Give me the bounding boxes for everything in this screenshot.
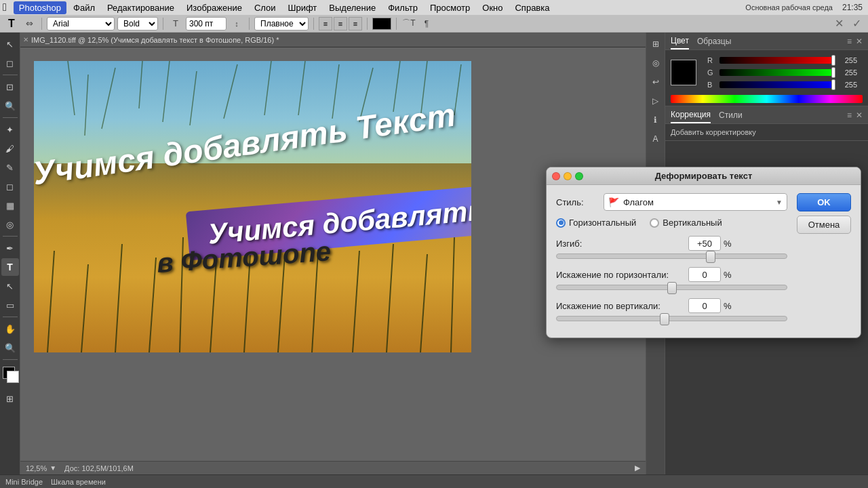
svg-line-23 xyxy=(353,251,359,352)
eraser-tool[interactable]: ◻ xyxy=(1,178,19,195)
scroll-right-btn[interactable]: ▶ xyxy=(635,464,640,472)
horizontal-radio[interactable]: Горизонтальный xyxy=(556,218,636,228)
close-window-button[interactable] xyxy=(552,172,560,180)
red-slider[interactable] xyxy=(719,57,835,64)
path-selection-tool[interactable]: ↖ xyxy=(1,277,19,295)
menu-view[interactable]: Просмотр xyxy=(425,1,475,14)
character-panel-right-icon[interactable]: A xyxy=(647,130,665,148)
add-correction-button[interactable]: Добавить корректировку xyxy=(671,128,756,136)
vert-distort-input[interactable]: 0 xyxy=(688,298,721,313)
minimize-window-button[interactable] xyxy=(564,172,572,180)
blur-tool[interactable]: ◎ xyxy=(1,216,19,233)
history-panel-icon[interactable]: ↩ xyxy=(647,73,665,91)
bend-slider-row xyxy=(556,253,787,259)
clone-tool[interactable]: ✎ xyxy=(1,159,19,176)
menu-photoshop[interactable]: Photoshop xyxy=(14,1,66,14)
bend-input[interactable]: +50 xyxy=(688,236,721,251)
color-panel-section: Цвет Образцы ≡ ✕ R 255 G xyxy=(665,33,868,106)
swatches-tab[interactable]: Образцы xyxy=(697,34,731,49)
gradient-tool[interactable]: ▦ xyxy=(1,197,19,214)
menu-select[interactable]: Выделение xyxy=(323,1,381,14)
vert-slider-handle[interactable] xyxy=(660,313,669,325)
type-tool[interactable]: T xyxy=(1,258,19,276)
svg-line-9 xyxy=(139,61,142,108)
info-panel-icon[interactable]: ℹ xyxy=(647,111,665,129)
styles-tab[interactable]: Стили xyxy=(719,108,743,123)
hand-tool[interactable]: ✋ xyxy=(1,320,19,338)
blue-channel-row: B 255 xyxy=(702,79,863,91)
blue-slider[interactable] xyxy=(719,81,835,88)
pen-tool[interactable]: ✒ xyxy=(1,239,19,257)
document-tab-bar: ✕ IMG_1120.tiff @ 12,5% (Учимся добавлят… xyxy=(20,33,646,47)
crop-tool[interactable]: ⊡ xyxy=(1,78,19,96)
text-color-swatch[interactable] xyxy=(372,18,391,30)
font-size-input[interactable]: 300 пт xyxy=(186,17,226,30)
menu-file[interactable]: Файл xyxy=(68,1,100,14)
menu-help[interactable]: Справка xyxy=(509,1,555,14)
style-label: Стиль: xyxy=(556,197,604,207)
horiz-slider-handle[interactable] xyxy=(667,282,677,294)
warp-text-icon[interactable]: ⌒T xyxy=(401,16,416,31)
maximize-window-button[interactable] xyxy=(575,172,583,180)
vert-slider-track[interactable] xyxy=(556,316,787,321)
menu-window[interactable]: Окно xyxy=(477,1,508,14)
menu-edit[interactable]: Редактирование xyxy=(102,1,180,14)
channels-panel-icon[interactable]: ◎ xyxy=(647,54,665,72)
correction-collapse-icon[interactable]: ≡ xyxy=(847,110,852,120)
style-select-icon: 🚩 xyxy=(608,197,619,207)
green-label: G xyxy=(707,68,717,77)
healing-tool[interactable]: ✦ xyxy=(1,121,19,138)
background-color[interactable] xyxy=(7,371,19,383)
screen-mode[interactable]: ⊞ xyxy=(1,390,19,407)
shape-tool[interactable]: ▭ xyxy=(1,296,19,314)
font-family-select[interactable]: Arial xyxy=(47,17,115,30)
separator-2 xyxy=(163,18,163,30)
bend-slider-handle[interactable] xyxy=(706,251,715,263)
dialog-cancel-button[interactable]: Отмена xyxy=(797,216,851,234)
eyedropper-tool[interactable]: 🔍 xyxy=(1,97,19,115)
color-preview-swatch[interactable] xyxy=(671,60,696,85)
tab-close-icon[interactable]: ✕ xyxy=(23,36,28,43)
menu-filter[interactable]: Фильтр xyxy=(382,1,423,14)
style-select-value: Флагом xyxy=(623,197,776,207)
bend-slider-track[interactable] xyxy=(556,253,787,259)
brush-tool[interactable]: 🖌 xyxy=(1,140,19,157)
timeline-tab[interactable]: Шкала времени xyxy=(51,478,106,486)
horiz-distort-input[interactable]: 0 xyxy=(688,267,721,282)
align-center-icon[interactable]: ≡ xyxy=(334,17,347,30)
bend-label: Изгиб: xyxy=(556,239,688,249)
color-tab[interactable]: Цвет xyxy=(671,33,689,49)
document-tab-label[interactable]: IMG_1120.tiff @ 12,5% (Учимся добавлять … xyxy=(31,36,279,44)
character-panel-icon[interactable]: ¶ xyxy=(419,16,434,31)
style-select-dropdown[interactable]: 🚩 Флагом ▼ xyxy=(604,193,787,211)
dialog-ok-button[interactable]: OK xyxy=(797,193,851,211)
move-tool[interactable]: ↖ xyxy=(1,35,19,53)
type-tool-icon[interactable]: T xyxy=(4,16,19,31)
font-style-select[interactable]: Bold xyxy=(117,17,158,30)
cancel-edit-icon[interactable]: ✕ xyxy=(831,16,846,31)
svg-line-4 xyxy=(298,61,305,115)
align-left-icon[interactable]: ≡ xyxy=(319,17,332,30)
actions-panel-icon[interactable]: ▷ xyxy=(647,92,665,110)
menu-image[interactable]: Изображение xyxy=(181,1,248,14)
close-panel-icon[interactable]: ✕ xyxy=(856,37,863,46)
menu-layers[interactable]: Слои xyxy=(249,1,281,14)
horiz-slider-track[interactable] xyxy=(556,285,787,290)
confirm-edit-icon[interactable]: ✓ xyxy=(849,16,864,31)
apple-menu[interactable]:  xyxy=(3,1,7,14)
correction-close-icon[interactable]: ✕ xyxy=(856,110,863,120)
layers-panel-icon[interactable]: ⊞ xyxy=(647,35,665,53)
correction-tab[interactable]: Коррекция xyxy=(671,107,711,123)
align-right-icon[interactable]: ≡ xyxy=(349,17,362,30)
antialiasing-select[interactable]: Плавное xyxy=(254,17,309,30)
zoom-tool[interactable]: 🔍 xyxy=(1,339,19,357)
lasso-tools[interactable]: ◻ xyxy=(1,54,19,72)
color-panel-header: Цвет Образцы ≡ ✕ xyxy=(665,33,868,50)
text-orientation-icon[interactable]: ⇔ xyxy=(22,16,37,31)
collapse-icon[interactable]: ≡ xyxy=(847,37,852,46)
vertical-radio[interactable]: Вертикальный xyxy=(650,218,722,228)
green-slider[interactable] xyxy=(719,69,835,76)
dialog-title: Деформировать текст xyxy=(655,171,753,181)
menu-type[interactable]: Шрифт xyxy=(283,1,323,14)
mini-bridge-tab[interactable]: Mini Bridge xyxy=(5,478,43,486)
